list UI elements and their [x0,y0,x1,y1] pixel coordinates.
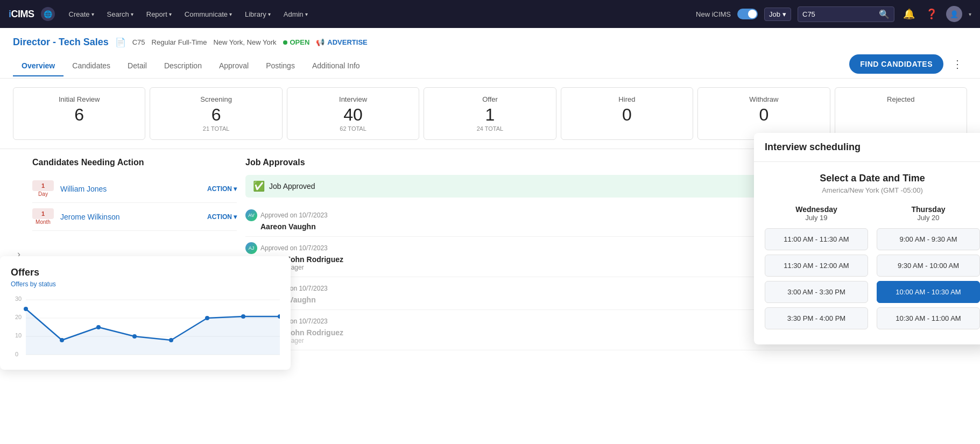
action-badge-label: Day [32,191,54,197]
action-badge-container: 1 Day [32,180,54,197]
time-slot[interactable]: 10:30 AM - 11:00 AM [877,307,980,329]
globe-icon[interactable]: 🌐 [41,7,55,21]
day-name: Wednesday [765,205,868,214]
new-icims-label: New iCIMS [696,10,731,18]
approval-date: AJ Approved on 10/7/2023 [245,242,840,254]
approver-name[interactable]: Adolfo John Rodriguez [260,255,840,264]
offers-card: Offers Offers by status 30 20 10 0 [0,256,291,370]
pipeline-card-interview[interactable]: Interview 40 62 TOTAL [287,87,419,140]
pipeline-card-rejected[interactable]: Rejected [835,87,967,140]
action-button[interactable]: ACTION ▾ [207,185,237,193]
tab-detail[interactable]: Detail [119,56,156,76]
status-dot [283,40,287,45]
chevron-down-icon: ▾ [305,11,308,17]
pipeline-card-initial-review[interactable]: Initial Review 6 [13,87,145,140]
chevron-down-icon: ▾ [782,10,786,18]
search-menu[interactable]: Search ▾ [102,7,139,22]
time-slot[interactable]: 9:00 AM - 9:30 AM [877,228,980,250]
search-icon[interactable]: 🔍 [879,9,890,19]
pipeline-card-withdraw[interactable]: Withdraw 0 [697,87,830,140]
pipeline-sub: 62 TOTAL [296,125,410,132]
pipeline-title: Rejected [844,95,958,103]
tab-postings[interactable]: Postings [257,56,304,76]
svg-text:30: 30 [15,295,22,302]
help-icon[interactable]: ❓ [923,6,940,22]
communicate-menu[interactable]: Communicate ▾ [179,7,237,22]
advertise-button[interactable]: 📢 ADVERTISE [316,38,367,46]
approver-name[interactable]: Aareon Vaughn [260,295,840,304]
action-badge-container: 1 Month [32,208,54,225]
action-button[interactable]: ACTION ▾ [207,213,237,221]
approval-item: AV Approved on 10/7/2023 Aareon Vaughn [245,204,840,237]
user-menu-chevron[interactable]: ▾ [969,11,971,17]
pipeline-sub: 24 TOTAL [433,125,547,132]
svg-text:10: 10 [15,332,22,339]
job-title[interactable]: Director - Tech Sales [13,37,109,48]
candidate-name[interactable]: Jerome Wilkinson [60,213,201,221]
time-slot[interactable]: 3:30 PM - 4:00 PM [765,307,868,329]
new-icims-toggle[interactable] [737,9,758,19]
svg-text:0: 0 [15,351,18,357]
approver-avatar: AJ [245,242,257,254]
library-menu[interactable]: Library ▾ [239,7,276,22]
pipeline-card-screening[interactable]: Screening 6 21 TOTAL [150,87,282,140]
pipeline-count: 6 [22,105,136,124]
more-options-icon[interactable]: ⋮ [948,55,967,73]
tab-additional-info[interactable]: Additional Info [304,56,369,76]
time-slot-selected[interactable]: 10:00 AM - 10:30 AM [877,281,980,303]
admin-menu[interactable]: Admin ▾ [278,7,313,22]
time-slot[interactable]: 9:30 AM - 10:00 AM [877,255,980,277]
time-slot[interactable]: 11:00 AM - 11:30 AM [765,228,868,250]
time-slot[interactable]: 3:00 AM - 3:30 PM [765,281,868,303]
pipeline-title: Offer [433,95,547,103]
approver-role: Sales Manager [260,337,840,344]
approvals-title: Job Approvals [245,158,840,167]
approver-name[interactable]: Adolfo John Rodriguez [260,328,840,337]
wednesday-header: Wednesday July 19 [765,205,868,222]
time-slot[interactable]: 11:30 AM - 12:00 AM [765,255,868,277]
interview-panel-body: Select a Date and Time America/New York … [754,162,980,344]
tab-approval[interactable]: Approval [210,56,257,76]
tab-actions: FIND CANDIDATES ⋮ [849,54,967,78]
approval-date: AV Approved on 10/7/2023 [245,283,840,294]
job-type-selector[interactable]: Job ▾ [764,8,791,21]
tab-candidates[interactable]: Candidates [64,56,119,76]
pipeline-card-offer[interactable]: Offer 1 24 TOTAL [424,87,556,140]
svg-point-13 [169,338,173,342]
svg-point-14 [205,316,209,320]
pipeline-count: 40 [296,105,410,124]
global-search-input[interactable] [802,10,879,18]
day-name: Thursday [877,205,980,214]
svg-point-11 [96,325,101,329]
svg-point-15 [241,314,245,319]
candidate-name[interactable]: William Jones [60,185,201,193]
action-item: 1 Day William Jones ACTION ▾ [32,175,237,203]
report-menu[interactable]: Report ▾ [141,7,177,22]
document-icon: 📄 [115,37,126,47]
tabs-row: Overview Candidates Detail Description A… [13,54,967,78]
job-header: Director - Tech Sales 📄 C75 Regular Full… [0,28,980,79]
main-content: Director - Tech Sales 📄 C75 Regular Full… [0,28,980,444]
approval-item: AJ Approved on 10/7/2023 Adolfo John Rod… [245,237,840,277]
offers-line-chart: 30 20 10 0 [11,294,280,359]
user-avatar[interactable]: 👤 [946,6,962,22]
approval-item-faded: AV Approved on 10/7/2023 Aareon Vaughn [245,277,840,310]
create-menu[interactable]: Create ▾ [64,7,100,22]
pipeline-sub: 21 TOTAL [159,125,273,132]
pipeline-title: Initial Review [22,95,136,103]
chevron-down-icon: ▾ [131,11,133,17]
tab-overview[interactable]: Overview [13,56,64,76]
pipeline-card-hired[interactable]: Hired 0 [561,87,693,140]
approver-name[interactable]: Aareon Vaughn [260,222,840,231]
notifications-icon[interactable]: 🔔 [901,6,917,22]
global-search-box[interactable]: 🔍 [798,6,894,22]
nav-right-actions: New iCIMS Job ▾ 🔍 🔔 ❓ 👤 ▾ [696,6,971,22]
pipeline-count: 0 [570,105,684,124]
tab-description[interactable]: Description [156,56,210,76]
wednesday-column: Wednesday July 19 11:00 AM - 11:30 AM 11… [765,205,868,334]
interview-scheduling-panel: Interview scheduling Select a Date and T… [754,133,980,344]
day-date: July 20 [877,214,980,222]
find-candidates-button[interactable]: FIND CANDIDATES [849,54,943,74]
approver-avatar: AV [245,209,257,221]
toggle-knob [748,10,757,18]
